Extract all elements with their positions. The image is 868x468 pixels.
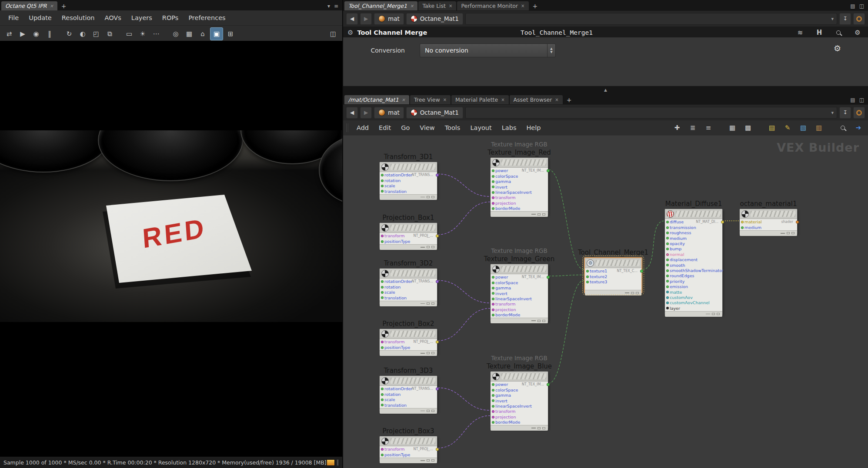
close-tab-icon[interactable]: ×: [501, 97, 504, 102]
close-tab-icon[interactable]: ×: [555, 97, 558, 102]
input-port[interactable]: [586, 270, 589, 272]
output-port[interactable]: [796, 221, 799, 224]
network-canvas[interactable]: VEX Builder Transform_3D1rotationOrderNT…: [343, 136, 868, 468]
param-scale[interactable]: scale: [380, 290, 437, 295]
param-transform[interactable]: transformNT_PROJ_...: [380, 447, 437, 452]
link-pane-icon[interactable]: [853, 13, 865, 25]
input-port[interactable]: [492, 202, 494, 205]
node-material_diffuse1[interactable]: diffuseNT_MAT_DI...transmissionroughness…: [664, 209, 723, 315]
input-port[interactable]: [492, 191, 494, 194]
gear-icon[interactable]: ⚙: [851, 27, 864, 39]
input-port[interactable]: [586, 281, 589, 283]
pane-layout-icon[interactable]: ▤: [850, 97, 855, 103]
sticky-note-icon[interactable]: ▤: [766, 122, 778, 134]
input-port[interactable]: [666, 264, 669, 266]
region-icon[interactable]: ▭: [123, 28, 135, 40]
pane-split-icon[interactable]: ◫: [859, 3, 864, 9]
material-icon[interactable]: ▣: [210, 27, 223, 40]
param-customaovchannel[interactable]: customAovChannel: [665, 300, 722, 305]
input-port[interactable]: [741, 221, 744, 223]
input-port[interactable]: [381, 398, 384, 401]
menu-rops[interactable]: ROPs: [157, 12, 184, 23]
param-colorspace[interactable]: colorSpace: [491, 280, 548, 285]
node-projection_box2[interactable]: transformNT_PROJ_...positionType: [379, 329, 437, 354]
pin-icon[interactable]: ↧: [839, 13, 851, 25]
grid-large-icon[interactable]: ▦: [726, 122, 738, 134]
render-tab-octane-qt5-ipr[interactable]: Octane Qt5 IPR×: [1, 1, 57, 10]
param-medium[interactable]: medium: [665, 236, 722, 241]
param-linearspaceinvert[interactable]: linearSpaceInvert: [491, 296, 548, 302]
resize-grip[interactable]: [337, 459, 339, 466]
input-port[interactable]: [666, 232, 669, 234]
param-power[interactable]: powerNT_TEX_IM...: [491, 382, 548, 387]
pane-layout-icon[interactable]: ▤: [850, 3, 855, 9]
dropdown-spinner-icon[interactable]: ▲▼: [547, 44, 555, 57]
pane-tab-list-icon[interactable]: ▾: [327, 3, 330, 9]
input-port[interactable]: [492, 292, 494, 295]
input-port[interactable]: [666, 226, 669, 229]
refresh-icon[interactable]: ↻: [63, 28, 75, 40]
input-port[interactable]: [381, 393, 384, 396]
param-invert[interactable]: invert: [491, 184, 548, 189]
param-colorspace[interactable]: colorSpace: [491, 387, 548, 392]
input-port[interactable]: [666, 242, 669, 245]
input-port[interactable]: [381, 235, 384, 237]
param-rotation[interactable]: rotation: [380, 284, 437, 289]
pan-icon[interactable]: ⇄: [3, 28, 15, 40]
input-port[interactable]: [666, 253, 669, 256]
param-rotation[interactable]: rotation: [380, 178, 437, 183]
input-port[interactable]: [492, 186, 494, 188]
param-bump[interactable]: bump: [665, 246, 722, 252]
param-material[interactable]: materialshader: [740, 219, 797, 225]
param-transform[interactable]: transform: [491, 302, 548, 307]
node-transform_3d1[interactable]: rotationOrderNT_TRANS...rotationscaletra…: [379, 162, 437, 198]
input-port[interactable]: [381, 185, 384, 187]
new-tab-button[interactable]: +: [564, 95, 575, 104]
param-bordermode[interactable]: borderMode: [491, 420, 548, 425]
input-port[interactable]: [586, 275, 589, 278]
render-viewport[interactable]: RED: [0, 41, 342, 457]
node-octane_material1[interactable]: materialshadermedium: [739, 209, 798, 234]
node-texture_image_green[interactable]: powerNT_TEX_IM...colorSpacegammainvertli…: [490, 264, 548, 322]
input-port[interactable]: [492, 421, 494, 424]
octane-gear-icon[interactable]: ⚙: [834, 43, 841, 53]
houdini-logo-icon[interactable]: H: [813, 27, 825, 39]
menu-resolution[interactable]: Resolution: [57, 12, 100, 23]
input-port[interactable]: [381, 454, 384, 456]
param-displacement[interactable]: displacement: [665, 257, 722, 262]
input-port[interactable]: [381, 240, 384, 243]
input-port[interactable]: [492, 405, 494, 408]
input-port[interactable]: [492, 175, 494, 178]
close-tab-icon[interactable]: ×: [521, 3, 524, 8]
network-tab-material-palette[interactable]: Material Palette×: [451, 95, 508, 104]
param-projection[interactable]: projection: [491, 414, 548, 419]
record-icon[interactable]: ◉: [30, 28, 42, 40]
param-gamma[interactable]: gamma: [491, 285, 548, 291]
input-port[interactable]: [666, 307, 669, 309]
param-texture1[interactable]: texture1NT_TEX_C...: [585, 269, 641, 274]
play-icon[interactable]: ▶: [17, 28, 29, 40]
param-linearspaceinvert[interactable]: linearSpaceInvert: [491, 404, 548, 409]
input-port[interactable]: [666, 302, 669, 304]
param-rotationorder[interactable]: rotationOrderNT_TRANS...: [380, 279, 437, 284]
menu-add[interactable]: Add: [352, 122, 374, 133]
param-invert[interactable]: invert: [491, 291, 548, 296]
input-port[interactable]: [381, 448, 384, 451]
param-smoothshadowterminator[interactable]: smoothShadowTerminator: [665, 268, 722, 273]
menu-file[interactable]: File: [3, 12, 23, 23]
close-tab-icon[interactable]: ×: [443, 97, 447, 102]
palette-icon[interactable]: ▧: [797, 122, 809, 134]
pane-splitter[interactable]: ▲: [343, 86, 868, 94]
param-power[interactable]: powerNT_TEX_IM...: [491, 275, 548, 280]
input-port[interactable]: [492, 389, 494, 392]
input-port[interactable]: [381, 286, 384, 289]
crop-icon[interactable]: ⊞: [224, 28, 237, 40]
param-rotation[interactable]: rotation: [380, 392, 437, 397]
input-port[interactable]: [492, 180, 494, 183]
menu-view[interactable]: View: [415, 122, 439, 133]
param-rotationorder[interactable]: rotationOrderNT_TRANS...: [380, 386, 437, 392]
node-texture_image_blue[interactable]: powerNT_TEX_IM...colorSpacegammainvertli…: [490, 371, 548, 429]
input-port[interactable]: [666, 259, 669, 261]
path-combo[interactable]: ▾: [465, 13, 837, 25]
grid-snap-icon[interactable]: ▩: [742, 122, 754, 134]
